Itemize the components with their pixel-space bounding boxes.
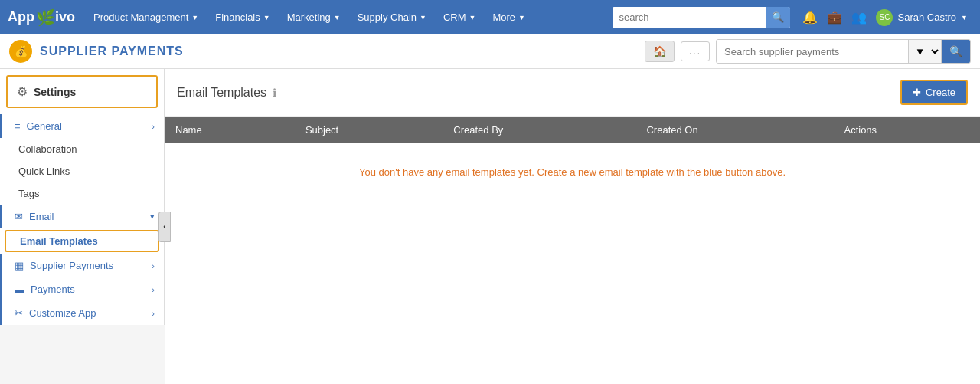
sidebar-item-email[interactable]: ✉ Email ▾ — [2, 205, 164, 228]
sidebar-label-collaboration: Collaboration — [18, 143, 77, 155]
gear-icon: ⚙ — [17, 84, 28, 99]
sidebar-item-supplier-payments[interactable]: ▦ Supplier Payments › — [2, 254, 164, 277]
briefcase-icon[interactable]: 💼 — [827, 10, 842, 25]
table-header-row: Name Subject Created By Created On Actio… — [165, 117, 980, 143]
supplier-payments-icon: 💰 — [9, 40, 32, 63]
chevron-down-icon: ▼ — [961, 14, 968, 21]
home-button[interactable]: 🏠 — [645, 41, 675, 62]
empty-message: You don't have any email templates yet. … — [165, 143, 980, 201]
chevron-right-icon: › — [152, 122, 155, 131]
sidebar-item-email-templates[interactable]: Email Templates — [5, 230, 159, 252]
supplier-search-box: ▼ 🔍 — [716, 39, 971, 64]
sidebar-wrapper: ⚙ Settings ≡ General › Collaboration Qui… — [0, 69, 165, 384]
sub-header-title: SUPPLIER PAYMENTS — [40, 44, 184, 58]
search-type-select[interactable]: ▼ — [908, 40, 941, 63]
col-created-on: Created On — [635, 117, 833, 143]
sidebar-label-supplier-payments: Supplier Payments — [30, 260, 113, 271]
sidebar-item-general[interactable]: ≡ General › — [2, 114, 164, 138]
col-subject: Subject — [295, 117, 443, 143]
search-box: 🔍 — [612, 7, 790, 28]
nav-icons: 🔔 💼 👥 — [802, 10, 867, 25]
chevron-down-icon: ▼ — [518, 14, 525, 21]
nav-financials[interactable]: Financials ▼ — [209, 11, 276, 23]
list-icon: ≡ — [15, 120, 21, 132]
page-title: Email Templates — [177, 86, 266, 100]
sidebar-label-tags: Tags — [18, 188, 39, 199]
people-icon[interactable]: 👥 — [851, 10, 867, 25]
payments-icon: ▬ — [15, 284, 24, 295]
more-options-button[interactable]: ... — [681, 41, 710, 61]
sidebar-label-email: Email — [29, 211, 54, 222]
chevron-down-icon: ▼ — [191, 14, 198, 21]
logo[interactable]: App🌿ivo — [8, 8, 75, 27]
search-button[interactable]: 🔍 — [766, 7, 790, 28]
top-nav: App🌿ivo Product Management ▼ Financials … — [0, 0, 980, 34]
sub-header: 💰 SUPPLIER PAYMENTS 🏠 ... ▼ 🔍 — [0, 34, 980, 69]
sidebar-item-customize-app[interactable]: ✂ Customize App › — [2, 301, 164, 325]
chevron-down-icon: ▼ — [263, 14, 270, 21]
nav-marketing[interactable]: Marketing ▼ — [281, 11, 347, 23]
nav-product-management[interactable]: Product Management ▼ — [87, 11, 204, 23]
chevron-down-icon: ▾ — [150, 212, 155, 222]
nav-search: 🔍 — [612, 7, 790, 28]
col-name: Name — [165, 117, 295, 143]
chevron-down-icon: ▼ — [334, 14, 341, 21]
user-menu[interactable]: SC Sarah Castro ▼ — [871, 9, 972, 26]
sidebar-label-email-templates: Email Templates — [20, 235, 98, 247]
sidebar-section-email: ✉ Email ▾ — [0, 205, 164, 228]
avatar: SC — [876, 9, 893, 26]
sidebar-label-general: General — [27, 120, 62, 132]
chevron-right-icon: › — [152, 285, 155, 294]
logo-text: App — [8, 9, 34, 25]
customize-icon: ✂ — [15, 307, 23, 319]
chevron-right-icon: › — [152, 309, 155, 318]
sidebar-section-supplier: ▦ Supplier Payments › — [0, 254, 164, 277]
info-icon[interactable]: ℹ — [273, 87, 276, 99]
settings-header[interactable]: ⚙ Settings — [6, 75, 158, 108]
plus-icon: ✚ — [913, 87, 921, 98]
email-icon: ✉ — [15, 211, 23, 222]
content-area: Email Templates ℹ ✚ Create Name Subject … — [165, 69, 980, 384]
sidebar: ⚙ Settings ≡ General › Collaboration Qui… — [0, 69, 165, 325]
logo-text2: ivo — [55, 9, 75, 25]
nav-supply-chain[interactable]: Supply Chain ▼ — [351, 11, 433, 23]
content-header: Email Templates ℹ ✚ Create — [165, 69, 980, 117]
email-templates-table: Name Subject Created By Created On Actio… — [165, 117, 980, 201]
col-created-by: Created By — [443, 117, 635, 143]
table-empty-row: You don't have any email templates yet. … — [165, 143, 980, 201]
sidebar-item-tags[interactable]: Tags — [0, 182, 164, 205]
col-actions: Actions — [833, 117, 980, 143]
search-input[interactable] — [612, 7, 766, 28]
nav-more[interactable]: More ▼ — [486, 11, 531, 23]
supplier-search-input[interactable] — [717, 40, 908, 63]
collapse-sidebar-button[interactable]: ‹ — [158, 212, 171, 242]
sidebar-section-customize: ✂ Customize App › — [0, 301, 164, 325]
create-button[interactable]: ✚ Create — [900, 80, 968, 105]
bell-icon[interactable]: 🔔 — [802, 10, 818, 25]
chevron-down-icon: ▼ — [420, 14, 426, 21]
sidebar-section-general: ≡ General › — [0, 114, 164, 138]
chevron-down-icon: ▼ — [469, 14, 476, 21]
user-name: Sarah Castro — [897, 11, 956, 23]
sidebar-item-collaboration[interactable]: Collaboration — [0, 138, 164, 160]
nav-crm[interactable]: CRM ▼ — [437, 11, 482, 23]
supplier-search-button[interactable]: 🔍 — [941, 40, 970, 63]
logo-leaf: 🌿 — [36, 8, 55, 27]
sidebar-item-quick-links[interactable]: Quick Links — [0, 160, 164, 182]
sidebar-item-payments[interactable]: ▬ Payments › — [2, 277, 164, 301]
main-layout: ⚙ Settings ≡ General › Collaboration Qui… — [0, 69, 980, 384]
sidebar-label-payments: Payments — [31, 284, 75, 295]
sidebar-section-payments: ▬ Payments › — [0, 277, 164, 301]
settings-label: Settings — [34, 86, 76, 98]
chevron-right-icon: › — [152, 261, 155, 271]
sub-header-actions: 🏠 ... ▼ 🔍 — [645, 39, 971, 64]
sidebar-label-quick-links: Quick Links — [18, 166, 70, 177]
sidebar-sub-items: Collaboration Quick Links Tags — [0, 138, 164, 205]
sidebar-label-customize-app: Customize App — [29, 307, 96, 319]
table-icon: ▦ — [15, 260, 24, 271]
